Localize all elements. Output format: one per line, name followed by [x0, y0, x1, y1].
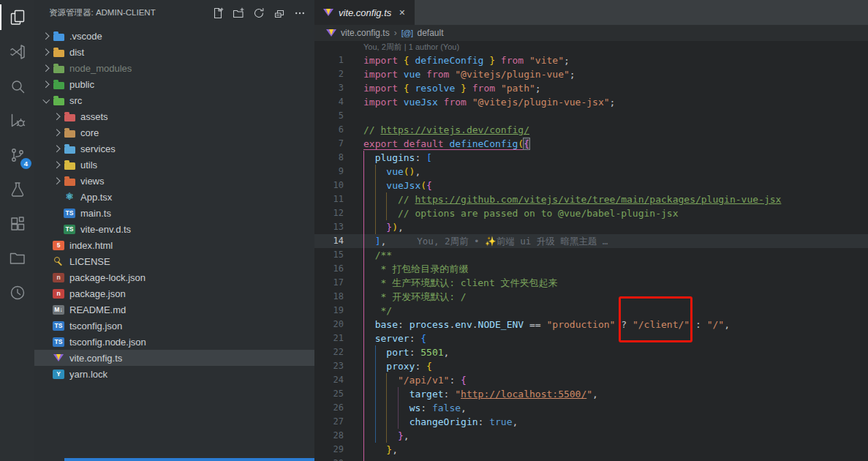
folder-icon — [63, 175, 76, 187]
tree-item-views[interactable]: views — [34, 173, 314, 189]
line-number: 7 — [314, 137, 344, 151]
code-text — [344, 457, 363, 461]
tab-vite-config[interactable]: vite.config.ts ✕ — [314, 0, 415, 25]
search-icon[interactable] — [0, 69, 34, 103]
tree-item-label: package.json — [69, 288, 126, 299]
code-line-20[interactable]: 20 base: process.env.NODE_ENV == "produc… — [314, 318, 868, 331]
code-line-22[interactable]: 22 port: 5501, — [314, 345, 868, 359]
tree-item-label: index.html — [69, 240, 113, 251]
line-number: 8 — [314, 151, 344, 165]
indent-guide — [363, 151, 364, 461]
tree-item-utils[interactable]: utils — [34, 157, 314, 173]
folder-icon — [52, 62, 65, 74]
folder-icon — [52, 30, 65, 42]
file-icon: n — [52, 271, 65, 283]
code-line-24[interactable]: 24 "/api/v1": { — [314, 373, 868, 387]
breadcrumb-file[interactable]: vite.config.ts — [341, 28, 390, 38]
code-line-13[interactable]: 13 }), — [314, 220, 868, 234]
code-text: import { defineConfig } from "vite"; — [344, 53, 570, 67]
code-text: * 开发环境默认: / — [344, 290, 467, 304]
code-text: vueJsx({ — [344, 179, 432, 192]
line-number: 16 — [314, 262, 344, 276]
tree-item-index.html[interactable]: 5index.html — [34, 237, 314, 253]
code-line-4[interactable]: 4import vueJsx from "@vitejs/plugin-vue-… — [314, 95, 868, 109]
vs-logo-icon[interactable] — [0, 34, 34, 69]
tree-item-label: public — [69, 79, 94, 90]
tree-item-dist[interactable]: dist — [34, 44, 314, 60]
code-line-6[interactable]: 6// https://vitejs.dev/config/ — [314, 123, 868, 137]
code-line-7[interactable]: 7export default defineConfig({ — [314, 137, 868, 151]
tree-item-vite-env.d.ts[interactable]: TSvite-env.d.ts — [34, 221, 314, 237]
chevron-right-icon — [40, 46, 52, 58]
tree-item-.vscode[interactable]: .vscode — [34, 28, 314, 44]
line-number: 19 — [314, 304, 344, 318]
tree-item-assets[interactable]: assets — [34, 108, 314, 124]
tree-item-App.tsx[interactable]: ⚛App.tsx — [34, 189, 314, 205]
codelens-blame[interactable]: You, 2周前 | 1 author (You) — [314, 41, 868, 53]
tree-item-src[interactable]: src — [34, 92, 314, 108]
code-text: import vue from "@vitejs/plugin-vue"; — [344, 67, 575, 81]
testing-icon[interactable] — [0, 172, 34, 206]
tree-item-node_modules[interactable]: node_modules — [34, 60, 314, 76]
new-file-icon[interactable] — [211, 6, 225, 20]
tree-item-label: vite.config.ts — [69, 353, 122, 364]
code-line-23[interactable]: 23 proxy: { — [314, 359, 868, 373]
code-line-12[interactable]: 12 // options are passed on to @vue/babe… — [314, 206, 868, 220]
collapse-folders-icon[interactable] — [272, 6, 287, 20]
code-line-2[interactable]: 2import vue from "@vitejs/plugin-vue"; — [314, 67, 868, 81]
indent-guide — [386, 192, 387, 220]
code-line-18[interactable]: 18 * 开发环境默认: / — [314, 290, 868, 304]
code-editor[interactable]: You, 2周前 | 1 author (You)1import { defin… — [314, 41, 868, 461]
close-icon[interactable]: ✕ — [396, 7, 407, 19]
tree-item-services[interactable]: services — [34, 140, 314, 157]
code-line-17[interactable]: 17 * 生产环境默认: client 文件夹包起来 — [314, 276, 868, 290]
code-text: server: { — [344, 331, 426, 345]
run-debug-icon[interactable] — [0, 103, 34, 138]
tree-item-package.json[interactable]: npackage.json — [34, 285, 314, 301]
code-line-21[interactable]: 21 server: { — [314, 331, 868, 345]
tree-item-public[interactable]: public — [34, 76, 314, 92]
line-number: 9 — [314, 165, 344, 179]
code-line-28[interactable]: 28 }, — [314, 429, 868, 443]
tree-item-tsconfig.node.json[interactable]: TStsconfig.node.json — [34, 334, 314, 350]
new-folder-icon[interactable] — [231, 6, 246, 20]
tree-item-tsconfig.json[interactable]: TStsconfig.json — [34, 318, 314, 334]
breadcrumb: vite.config.ts › [@] default — [314, 25, 868, 41]
code-line-10[interactable]: 10 vueJsx({ — [314, 179, 868, 192]
folder-icon — [52, 46, 65, 58]
code-text: // options are passed on to @vue/babel-p… — [344, 206, 678, 220]
code-line-5[interactable]: 5 — [314, 109, 868, 123]
code-line-3[interactable]: 3import { resolve } from "path"; — [314, 81, 868, 95]
tree-item-core[interactable]: core — [34, 124, 314, 140]
project-folder-icon[interactable] — [0, 241, 34, 275]
tree-item-package-lock.json[interactable]: npackage-lock.json — [34, 269, 314, 285]
file-icon: TS — [52, 336, 65, 348]
code-line-19[interactable]: 19 */ — [314, 304, 868, 318]
source-control-icon[interactable]: 4 — [0, 138, 34, 172]
tree-item-README.md[interactable]: M↓README.md — [34, 301, 314, 318]
code-line-11[interactable]: 11 // https://github.com/vitejs/vite/tre… — [314, 192, 868, 206]
line-number: 21 — [314, 331, 344, 345]
more-actions-icon[interactable] — [293, 6, 307, 20]
line-number: 15 — [314, 248, 344, 262]
tree-item-label: tsconfig.node.json — [69, 337, 146, 348]
explorer-icon[interactable] — [0, 0, 34, 34]
tree-item-yarn.lock[interactable]: Yyarn.lock — [34, 366, 314, 382]
tree-item-LICENSE[interactable]: LICENSE — [34, 253, 314, 269]
tree-item-vite.config.ts[interactable]: vite.config.ts — [34, 350, 314, 366]
code-line-16[interactable]: 16 * 打包给目录的前缀 — [314, 262, 868, 276]
vite-file-icon — [323, 8, 333, 17]
code-line-14[interactable]: 14 ],You, 2周前 • ✨前端 ui 升级 暗黑主题 … — [314, 234, 868, 248]
extensions-icon[interactable] — [0, 206, 34, 241]
code-line-9[interactable]: 9 vue(), — [314, 165, 868, 179]
code-line-15[interactable]: 15 /** — [314, 248, 868, 262]
code-line-30[interactable]: 30 — [314, 457, 868, 461]
refresh-explorer-icon[interactable] — [252, 6, 266, 20]
code-line-1[interactable]: 1import { defineConfig } from "vite"; — [314, 53, 868, 67]
tree-item-main.ts[interactable]: TSmain.ts — [34, 205, 314, 221]
code-line-29[interactable]: 29 }, — [314, 443, 868, 457]
code-text: * 生产环境默认: client 文件夹包起来 — [344, 276, 558, 290]
history-icon[interactable] — [0, 275, 34, 310]
code-line-8[interactable]: 8 plugins: [ — [314, 151, 868, 165]
breadcrumb-symbol[interactable]: default — [417, 28, 443, 38]
